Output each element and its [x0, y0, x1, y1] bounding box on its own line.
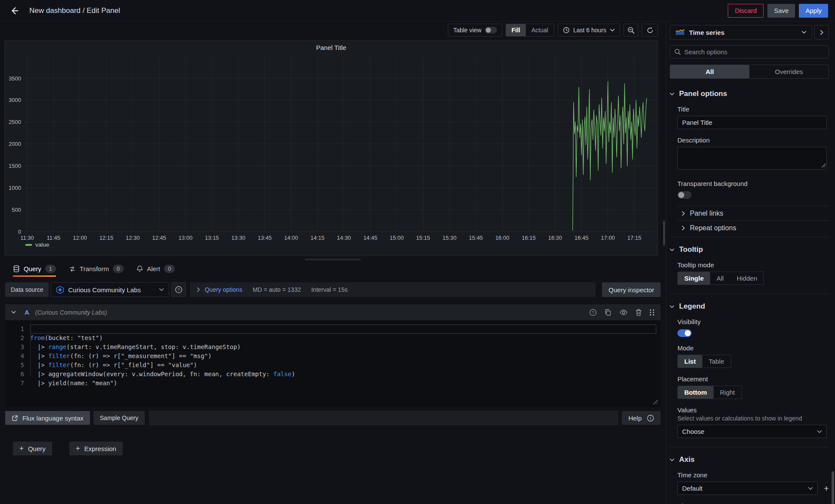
- query-help-icon[interactable]: ?: [589, 309, 597, 316]
- add-query-button[interactable]: + Query: [13, 442, 52, 455]
- tab-transform[interactable]: Transform 0: [69, 265, 124, 277]
- main-area: Table view Fill Actual Last 6 hours: [0, 22, 835, 504]
- panel-title: Panel Title: [5, 40, 658, 51]
- section-tooltip: Tooltip Tooltip mode Single All Hidden: [670, 245, 829, 294]
- query-inspector-button[interactable]: Query inspector: [602, 282, 661, 297]
- help-label: Help: [628, 414, 642, 422]
- query-header[interactable]: A (Curious Community Labs) ?: [5, 304, 661, 320]
- tooltip-mode-hidden[interactable]: Hidden: [730, 272, 764, 284]
- duplicate-query-icon[interactable]: [604, 309, 612, 316]
- drag-handle-icon[interactable]: [649, 309, 655, 316]
- options-search[interactable]: [670, 45, 829, 59]
- legend-visibility-toggle[interactable]: [677, 329, 692, 337]
- back-button[interactable]: [7, 3, 22, 18]
- svg-text:16:45: 16:45: [574, 235, 589, 241]
- apply-button[interactable]: Apply: [799, 4, 828, 18]
- description-textarea[interactable]: [677, 147, 827, 170]
- transparent-bg-toggle[interactable]: [677, 191, 692, 199]
- visualization-picker[interactable]: Time series: [670, 25, 812, 40]
- refresh-button[interactable]: [642, 24, 658, 37]
- time-range-label: Last 6 hours: [573, 27, 606, 34]
- legend-mode-group: List Table: [677, 355, 731, 368]
- chart-svg[interactable]: 050010001500200025003000350011:3011:4512…: [5, 51, 658, 243]
- svg-text:1000: 1000: [9, 185, 21, 191]
- legend-values-value: Choose: [682, 428, 817, 435]
- svg-text:12:30: 12:30: [126, 235, 140, 241]
- timeseries-icon: [675, 29, 685, 36]
- help-button[interactable]: Help i: [622, 411, 661, 425]
- actual-option[interactable]: Actual: [526, 24, 554, 36]
- discard-button[interactable]: Discard: [728, 4, 764, 18]
- legend-series-label[interactable]: value: [35, 241, 49, 248]
- svg-text:17:15: 17:15: [627, 235, 642, 241]
- panel-options-header[interactable]: Panel options: [670, 90, 829, 98]
- panel-links-label: Panel links: [690, 210, 723, 217]
- bell-icon: [137, 265, 143, 272]
- query-ref-id[interactable]: A: [25, 309, 29, 316]
- tab-all[interactable]: All: [670, 65, 749, 78]
- tab-alert[interactable]: Alert 0: [137, 265, 175, 277]
- svg-text:15:00: 15:00: [390, 235, 404, 241]
- save-button[interactable]: Save: [767, 4, 795, 18]
- plus-icon: +: [76, 444, 80, 453]
- query-datasource-hint: (Curious Community Labs): [35, 309, 107, 316]
- datasource-picker[interactable]: Curious Community Labs: [51, 282, 169, 297]
- textarea-resize-icon[interactable]: [822, 164, 826, 167]
- legend-mode-list[interactable]: List: [678, 355, 702, 368]
- divider: [670, 447, 829, 447]
- legend-placement-bottom[interactable]: Bottom: [678, 386, 714, 399]
- indent-guide: [30, 332, 31, 376]
- chevron-down-icon[interactable]: [11, 311, 16, 314]
- datasource-name: Curious Community Labs: [68, 286, 140, 294]
- panel-links-row[interactable]: Panel links: [682, 206, 829, 220]
- transform-count-badge: 0: [113, 265, 124, 273]
- svg-text:16:30: 16:30: [548, 235, 562, 241]
- chevron-right-icon: [682, 211, 685, 216]
- legend-values-select[interactable]: Choose: [677, 425, 827, 438]
- axis-header[interactable]: Axis: [670, 455, 829, 464]
- tab-overrides[interactable]: Overrides: [749, 65, 829, 78]
- table-view-toggle[interactable]: [485, 27, 497, 34]
- legend-placement-right[interactable]: Right: [714, 386, 742, 399]
- query-options-link[interactable]: Query options: [205, 286, 242, 293]
- add-timezone-button[interactable]: +: [824, 484, 829, 493]
- legend-header[interactable]: Legend: [670, 302, 829, 311]
- visualization-name: Time series: [689, 29, 724, 36]
- search-input[interactable]: [684, 48, 824, 56]
- hide-query-icon[interactable]: [619, 309, 628, 316]
- horizontal-resize-handle[interactable]: [305, 259, 361, 260]
- code-lines[interactable]: from(bucket: "test") |> range(start: v.t…: [30, 325, 659, 401]
- flux-syntax-button[interactable]: Flux language syntax: [5, 411, 90, 425]
- query-footer: Flux language syntax Sample Query Help i: [5, 411, 661, 425]
- datasource-help-button[interactable]: ?: [171, 282, 186, 297]
- options-sidebar: Time series All Ove: [666, 22, 835, 504]
- collapse-pane-button[interactable]: [814, 25, 829, 40]
- tooltip-mode-single[interactable]: Single: [678, 272, 710, 284]
- svg-text:12:45: 12:45: [152, 235, 166, 241]
- sidebar-scrollbar[interactable]: [832, 471, 834, 504]
- svg-text:0: 0: [18, 229, 21, 235]
- sample-query-button[interactable]: Sample Query: [93, 411, 145, 425]
- svg-text:14:00: 14:00: [284, 235, 298, 241]
- description-field-label: Description: [677, 136, 829, 144]
- flux-code-editor[interactable]: 1234567 from(bucket: "test") |> range(st…: [5, 320, 661, 407]
- remove-query-icon[interactable]: [635, 309, 642, 316]
- pane-splitter-handle[interactable]: [663, 221, 665, 246]
- repeat-options-row[interactable]: Repeat options: [682, 221, 829, 235]
- time-range-picker[interactable]: Last 6 hours: [558, 24, 620, 37]
- fill-option[interactable]: Fill: [506, 24, 526, 36]
- panel-title-input[interactable]: [677, 116, 827, 129]
- add-expression-button[interactable]: + Expression: [69, 442, 123, 455]
- timezone-select[interactable]: Default: [677, 482, 818, 495]
- zoom-out-button[interactable]: [624, 24, 638, 37]
- svg-text:16:00: 16:00: [495, 235, 509, 241]
- tooltip-header[interactable]: Tooltip: [670, 245, 829, 254]
- tooltip-mode-all[interactable]: All: [710, 272, 730, 284]
- panel-options-title: Panel options: [679, 90, 727, 98]
- svg-text:14:45: 14:45: [363, 235, 378, 241]
- editor-resize-handle[interactable]: [653, 400, 658, 405]
- tab-query[interactable]: Query 1: [13, 265, 56, 277]
- axis-title: Axis: [679, 455, 695, 464]
- edit-pane: Table view Fill Actual Last 6 hours: [0, 22, 666, 504]
- legend-mode-table[interactable]: Table: [702, 355, 731, 368]
